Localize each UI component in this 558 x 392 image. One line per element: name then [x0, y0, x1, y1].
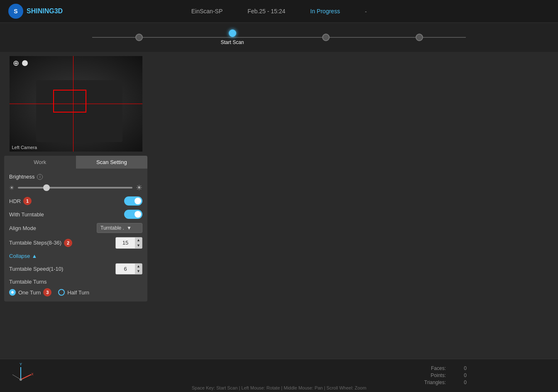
stats-section: Faces: 0 Points: 0 Triangles: 0	[417, 365, 467, 385]
hdr-label: HDR	[9, 198, 21, 204]
brightness-slider-row: ☀ ☀	[9, 183, 142, 192]
sun-large-icon: ☀	[136, 183, 142, 192]
step-dot-4	[416, 34, 423, 41]
brightness-slider-track[interactable]	[18, 187, 132, 189]
left-panel: ⊕ Left Camera Work Scan Setting Brightne…	[0, 52, 152, 359]
turntable-speed-down[interactable]: ▼	[135, 269, 142, 274]
turntable-speed-value: 6	[116, 265, 135, 273]
step-label-2: Start Scan	[220, 39, 244, 45]
hdr-row: HDR 1	[9, 196, 142, 206]
turntable-speed-row: Turntable Speed(1-10) 6 ▲ ▼	[9, 263, 142, 275]
turntable-steps-spinbox[interactable]: 15 ▲ ▼	[115, 237, 142, 249]
turntable-turns-label: Turntable Turns	[9, 279, 47, 285]
camera-preview: ⊕ Left Camera	[10, 56, 142, 152]
progress-step-2[interactable]: Start Scan	[186, 29, 279, 45]
main-viewport	[152, 52, 558, 359]
with-turntable-row: With Turntable	[9, 210, 142, 219]
one-turn-radio[interactable]	[9, 289, 16, 296]
half-turn-option[interactable]: Half Turn	[58, 289, 89, 296]
step-dot-1	[135, 34, 143, 41]
svg-text:Y: Y	[20, 362, 22, 366]
turntable-steps-row: Turntable Steps(8-36) 2 15 ▲ ▼	[9, 237, 142, 249]
collapse-label: Collapse	[9, 253, 30, 259]
align-mode-value: Turntable .	[100, 225, 124, 231]
svg-text:X: X	[31, 372, 33, 376]
turntable-steps-value: 15	[116, 238, 135, 247]
progress-track: Start Scan	[92, 29, 466, 45]
triangles-row: Triangles: 0	[417, 380, 467, 385]
progress-step-3	[279, 34, 372, 41]
light-indicator	[22, 60, 28, 66]
triangles-value: 0	[454, 380, 467, 385]
sun-small-icon: ☀	[9, 184, 15, 191]
one-turn-label: One Turn	[18, 289, 41, 296]
svg-point-3	[20, 378, 22, 381]
bottom-hint: Space Key: Start Scan | Left Mouse: Rota…	[192, 385, 367, 390]
faces-row: Faces: 0	[417, 365, 467, 371]
align-mode-label: Align Mode	[9, 225, 36, 231]
points-row: Points: 0	[417, 372, 467, 378]
brightness-section: Brightness i ☀ ☀	[9, 174, 142, 192]
svg-line-1	[21, 375, 31, 380]
one-turn-option[interactable]: One Turn 3	[9, 288, 51, 296]
step-dot-2	[229, 29, 236, 37]
step-dot-3	[322, 34, 330, 41]
brightness-slider-thumb[interactable]	[43, 184, 50, 191]
tab-work[interactable]: Work	[4, 156, 76, 169]
app-header: S SHINING3D EinScan-SP Feb.25 - 15:24 In…	[0, 0, 558, 23]
one-turn-badge: 3	[43, 288, 51, 296]
dropdown-arrow-icon: ▼	[127, 225, 132, 231]
camera-image: ⊕	[10, 56, 142, 152]
faces-label: Faces:	[417, 365, 446, 371]
half-turn-radio[interactable]	[58, 289, 65, 296]
turntable-steps-up[interactable]: ▲	[135, 238, 142, 243]
half-turn-label: Half Turn	[67, 289, 89, 296]
with-turntable-toggle[interactable]	[124, 210, 142, 219]
tab-bar: Work Scan Setting	[4, 156, 147, 169]
turntable-speed-up[interactable]: ▲	[135, 264, 142, 269]
svg-line-2	[12, 375, 21, 380]
header-center: EinScan-SP Feb.25 - 15:24 In Progress -	[191, 8, 367, 15]
scan-date: Feb.25 - 15:24	[247, 8, 285, 15]
turntable-speed-spinbox[interactable]: 6 ▲ ▼	[115, 263, 142, 275]
progress-step-1	[92, 34, 186, 41]
align-mode-row: Align Mode Turntable . ▼	[9, 223, 142, 233]
with-turntable-label: With Turntable	[9, 211, 44, 218]
tab-scan-setting[interactable]: Scan Setting	[76, 156, 148, 169]
hdr-badge: 1	[23, 197, 32, 205]
zoom-icon[interactable]: ⊕	[13, 59, 19, 68]
faces-value: 0	[454, 365, 467, 371]
bottom-bar: Y X Faces: 0 Points: 0 Triangles: 0 Spac…	[0, 359, 558, 392]
turntable-speed-label: Turntable Speed(1-10)	[9, 266, 63, 272]
axis-widget: Y X	[8, 359, 33, 384]
radio-row: One Turn 3 Half Turn	[9, 288, 142, 296]
collapse-arrow-icon: ▲	[32, 253, 37, 259]
brightness-info-icon[interactable]: i	[37, 174, 43, 180]
progress-area: Start Scan	[0, 23, 558, 52]
logo-text: SHINING3D	[27, 7, 63, 15]
collapse-button[interactable]: Collapse ▲	[9, 253, 142, 259]
turntable-steps-down[interactable]: ▼	[135, 243, 142, 248]
points-label: Points:	[417, 372, 446, 378]
main-layout: ⊕ Left Camera Work Scan Setting Brightne…	[0, 52, 558, 359]
turntable-steps-badge: 2	[64, 239, 72, 247]
radio-inner-dot	[11, 291, 14, 294]
focus-rectangle	[53, 90, 86, 113]
turntable-turns-section: Turntable Turns One Turn 3 Half Turn	[9, 279, 142, 296]
align-mode-dropdown[interactable]: Turntable . ▼	[97, 223, 142, 233]
triangles-label: Triangles:	[417, 380, 446, 385]
scan-status: In Progress	[310, 8, 340, 15]
settings-panel: Brightness i ☀ ☀ HDR 1	[4, 169, 147, 301]
progress-step-4	[372, 34, 466, 41]
points-value: 0	[454, 372, 467, 378]
logo: S SHINING3D	[8, 4, 63, 19]
header-dash: -	[365, 8, 367, 15]
turntable-steps-label: Turntable Steps(8-36)	[9, 240, 61, 246]
device-name: EinScan-SP	[191, 8, 223, 15]
camera-label: Left Camera	[12, 145, 37, 150]
logo-icon: S	[8, 4, 23, 19]
hdr-toggle[interactable]	[124, 196, 142, 206]
brightness-label: Brightness	[9, 174, 34, 180]
